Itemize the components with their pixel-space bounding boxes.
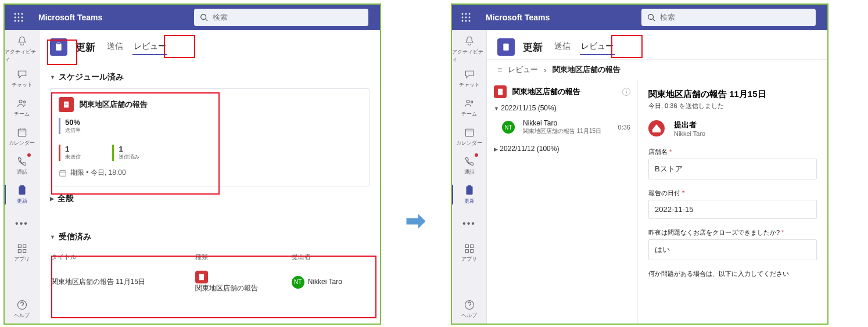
- rail-calls[interactable]: 通話: [452, 151, 486, 180]
- rail-calls[interactable]: 通話: [5, 151, 39, 180]
- search-box[interactable]: 検索: [194, 9, 368, 26]
- rail-calendar[interactable]: カレンダー: [5, 122, 39, 151]
- rail-apps[interactable]: アプリ: [5, 238, 39, 267]
- app-launcher[interactable]: [5, 13, 33, 22]
- titlebar: Microsoft Teams 検索: [452, 5, 827, 30]
- breadcrumb-separator: ›: [544, 66, 546, 74]
- waffle-icon: [461, 13, 471, 22]
- search-placeholder: 検索: [660, 12, 675, 23]
- rail-updates[interactable]: 更新: [452, 180, 486, 209]
- waffle-icon: [14, 13, 23, 22]
- svg-point-36: [465, 17, 467, 19]
- info-icon[interactable]: i: [622, 88, 630, 96]
- table-row[interactable]: 関東地区店舗の報告 11月15日 関東地区店舗の報告 NTNikkei Taro: [51, 266, 368, 298]
- svg-point-11: [19, 100, 22, 103]
- tab-send[interactable]: 送信: [553, 39, 572, 55]
- rail-help[interactable]: ヘルプ: [452, 294, 486, 324]
- rail-help[interactable]: ヘルプ: [5, 294, 39, 324]
- svg-point-38: [462, 20, 464, 22]
- rail-chat[interactable]: チャット: [452, 64, 486, 93]
- svg-point-44: [471, 100, 472, 102]
- report-card[interactable]: 関東地区店舗の報告 50% 送信率 1 未送信 1 送信済み: [50, 88, 370, 186]
- people-icon: [464, 98, 475, 109]
- field-value-date[interactable]: 2022-11-15: [648, 200, 817, 219]
- search-box[interactable]: 検索: [641, 9, 816, 26]
- hamburger-icon[interactable]: ≡: [497, 65, 502, 74]
- sent-timestamp: 今日, 0:36 を送信しました: [648, 102, 817, 110]
- col-submitter: 提出者: [292, 249, 368, 265]
- rail-teams[interactable]: チーム: [5, 93, 39, 122]
- svg-point-7: [18, 20, 20, 22]
- clipboard-icon: [464, 185, 475, 196]
- section-received-header[interactable]: ▼ 受信済み: [50, 232, 370, 242]
- tab-review[interactable]: レビュー: [580, 39, 615, 55]
- app-rail: アクティビティ チャット チーム カレンダー 通話 更新 ••• アプリ ヘルプ: [452, 30, 487, 324]
- svg-point-1: [18, 13, 20, 15]
- calendar-icon: [464, 127, 475, 138]
- submitter-block: 提出者 Nikkei Taro: [648, 120, 817, 137]
- notification-dot: [475, 153, 478, 157]
- svg-rect-47: [467, 186, 472, 194]
- svg-rect-20: [23, 245, 26, 247]
- app-name: Microsoft Teams: [486, 13, 550, 22]
- app-rail: アクティビティ チャット チーム カレンダー 通話 更新 ••• アプリ ヘルプ: [5, 30, 40, 324]
- updates-app-icon: [497, 38, 515, 56]
- svg-rect-29: [60, 170, 66, 176]
- svg-rect-48: [468, 185, 471, 187]
- chevron-right-icon: ▶: [494, 146, 498, 152]
- svg-point-35: [462, 17, 464, 19]
- apps-icon: [464, 243, 475, 254]
- svg-point-40: [469, 20, 471, 22]
- col-title: タイトル: [51, 249, 194, 265]
- titlebar: Microsoft Teams 検索: [5, 5, 380, 30]
- date-group-2[interactable]: ▶ 2022/11/12 (100%): [494, 145, 630, 153]
- page-title: 更新: [76, 41, 95, 54]
- tab-review[interactable]: レビュー: [132, 39, 167, 55]
- svg-point-34: [469, 13, 471, 15]
- svg-point-8: [21, 20, 23, 22]
- rail-activity[interactable]: アクティビティ: [5, 35, 39, 64]
- ellipsis-icon: •••: [462, 218, 476, 229]
- rail-chat[interactable]: チャット: [5, 64, 39, 93]
- svg-point-39: [465, 20, 467, 22]
- rail-more[interactable]: •••: [452, 209, 486, 238]
- metric-unsent: 1 未送信: [59, 145, 81, 161]
- rail-teams[interactable]: チーム: [452, 93, 486, 122]
- screenshot-left: Microsoft Teams 検索 アクティビティ チャット チーム カレンダ…: [3, 3, 381, 325]
- app-launcher[interactable]: [452, 13, 480, 22]
- field-label-store: 店舗名 *: [648, 148, 817, 156]
- svg-rect-18: [20, 185, 23, 187]
- rail-apps[interactable]: アプリ: [452, 238, 486, 267]
- apps-icon: [16, 243, 28, 254]
- svg-point-0: [15, 13, 16, 15]
- rail-updates[interactable]: 更新: [5, 180, 39, 209]
- page-tabs: 送信 レビュー: [106, 39, 167, 55]
- tab-send[interactable]: 送信: [106, 39, 124, 55]
- report-icon: [494, 85, 507, 98]
- svg-rect-55: [498, 89, 503, 95]
- rail-more[interactable]: •••: [5, 209, 39, 238]
- chevron-down-icon: ▼: [50, 74, 55, 80]
- breadcrumb-root[interactable]: レビュー: [508, 64, 538, 75]
- svg-rect-21: [18, 249, 21, 252]
- chevron-down-icon: ▼: [494, 106, 499, 112]
- rail-calendar[interactable]: カレンダー: [452, 122, 486, 151]
- clipboard-icon: [16, 185, 28, 196]
- breadcrumb-leaf: 関東地区店舗の報告: [553, 64, 620, 75]
- report-icon: [195, 271, 208, 283]
- svg-rect-25: [57, 43, 60, 45]
- svg-line-42: [653, 19, 655, 21]
- help-icon: [16, 299, 28, 311]
- rail-activity[interactable]: アクティビティ: [452, 35, 486, 64]
- main-pane: 更新 送信 レビュー ≡ レビュー › 関東地区店舗の報告 関東地区店舗の報告 …: [487, 30, 827, 324]
- entry-row[interactable]: NT Nikkei Taro 関東地区店舗の報告 11月15日 0:36: [494, 117, 630, 140]
- calendar-icon: [16, 127, 28, 138]
- section-scheduled-header[interactable]: ▼ スケジュール済み: [50, 72, 370, 82]
- page-header: 更新 送信 レビュー: [487, 30, 827, 59]
- svg-point-3: [15, 17, 16, 19]
- section-general-header[interactable]: ▶ 全般: [50, 193, 370, 204]
- field-value-close-ok[interactable]: はい: [648, 239, 817, 260]
- date-group-1[interactable]: ▼ 2022/11/15 (50%): [494, 104, 630, 112]
- field-value-store[interactable]: Bストア: [648, 159, 817, 179]
- bell-icon: [16, 35, 28, 47]
